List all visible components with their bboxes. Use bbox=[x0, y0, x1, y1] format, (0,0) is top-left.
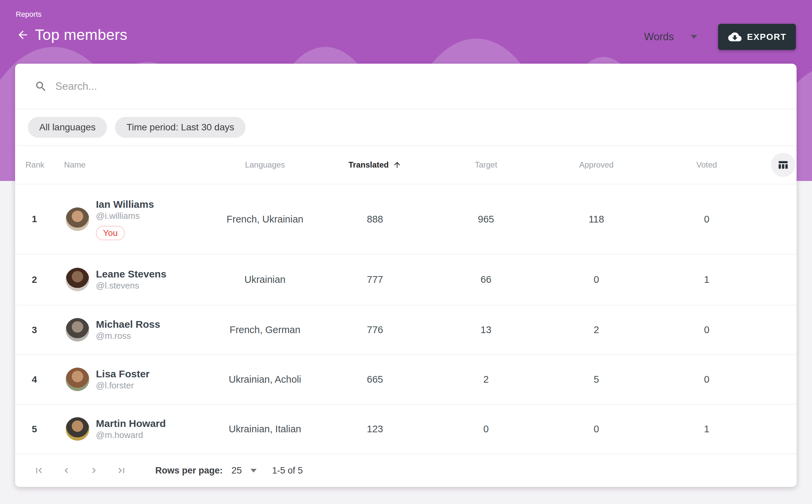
previous-page-button[interactable] bbox=[61, 465, 72, 476]
member-username: @i.williams bbox=[96, 210, 154, 222]
target-value: 965 bbox=[423, 214, 549, 225]
languages-value: French, Ukrainian bbox=[203, 214, 327, 225]
languages-value: Ukrainian, Italian bbox=[203, 424, 327, 435]
table-row: 3 Michael Ross @m.ross French, German 77… bbox=[15, 305, 797, 355]
member-name: Martin Howard bbox=[96, 417, 166, 430]
member-cell: Martin Howard @m.howard bbox=[54, 417, 203, 441]
member-name: Ian Williams bbox=[96, 198, 154, 211]
pagination-range: 1-5 of 5 bbox=[272, 465, 303, 476]
search-input[interactable] bbox=[55, 80, 693, 92]
rank-value: 5 bbox=[15, 424, 54, 435]
chevron-down-icon bbox=[691, 35, 697, 39]
you-badge: You bbox=[96, 226, 125, 240]
chevron-right-icon bbox=[89, 465, 99, 476]
back-arrow-icon bbox=[16, 28, 29, 41]
target-value: 13 bbox=[423, 324, 549, 335]
column-header-approved[interactable]: Approved bbox=[549, 160, 644, 170]
voted-value: 1 bbox=[644, 274, 770, 285]
rank-value: 3 bbox=[15, 325, 54, 335]
chevron-left-icon bbox=[61, 465, 72, 476]
cloud-download-icon bbox=[727, 30, 742, 44]
approved-value: 2 bbox=[549, 324, 644, 335]
avatar bbox=[66, 368, 89, 391]
member-cell: Lisa Foster @l.forster bbox=[54, 368, 203, 391]
voted-value: 1 bbox=[644, 424, 770, 435]
translated-value: 665 bbox=[327, 374, 423, 385]
export-button-label: EXPORT bbox=[747, 32, 787, 42]
column-header-target[interactable]: Target bbox=[423, 160, 549, 170]
rank-value: 4 bbox=[15, 374, 54, 385]
languages-value: French, German bbox=[203, 324, 327, 335]
filter-chips: All languages Time period: Last 30 days bbox=[15, 109, 797, 146]
column-header-rank: Rank bbox=[15, 160, 54, 170]
column-header-translated-label: Translated bbox=[348, 160, 389, 170]
rows-per-page-value: 25 bbox=[231, 465, 242, 476]
languages-value: Ukrainian, Acholi bbox=[203, 374, 327, 385]
target-value: 0 bbox=[423, 424, 549, 435]
filter-chip-time-period[interactable]: Time period: Last 30 days bbox=[115, 117, 246, 138]
search-bar bbox=[15, 64, 797, 109]
translated-value: 777 bbox=[327, 274, 423, 285]
column-settings-button[interactable] bbox=[771, 153, 795, 177]
target-value: 2 bbox=[423, 374, 549, 385]
avatar bbox=[66, 318, 89, 341]
rank-value: 1 bbox=[15, 214, 54, 225]
member-name: Lisa Foster bbox=[96, 368, 150, 380]
approved-value: 0 bbox=[549, 424, 644, 435]
translated-value: 123 bbox=[327, 424, 423, 435]
rows-per-page-select[interactable]: 25 bbox=[231, 465, 257, 476]
avatar bbox=[66, 268, 89, 291]
avatar bbox=[66, 417, 89, 441]
target-value: 66 bbox=[423, 274, 549, 285]
languages-value: Ukrainian bbox=[203, 274, 327, 285]
unit-selector-value: Words bbox=[644, 31, 674, 43]
back-button[interactable] bbox=[15, 27, 30, 42]
member-name: Leane Stevens bbox=[96, 268, 166, 280]
table-row: 1 Ian Williams @i.williams You French, U… bbox=[15, 184, 797, 254]
first-page-button[interactable] bbox=[34, 465, 44, 476]
export-button[interactable]: EXPORT bbox=[718, 24, 796, 50]
last-page-icon bbox=[116, 465, 127, 476]
page-title: Top members bbox=[35, 26, 127, 44]
voted-value: 0 bbox=[644, 324, 770, 335]
member-username: @l.forster bbox=[96, 380, 150, 391]
pagination-bar: Rows per page: 25 1-5 of 5 bbox=[15, 454, 797, 487]
sort-ascending-icon bbox=[393, 161, 401, 169]
column-header-name[interactable]: Name bbox=[54, 160, 203, 170]
approved-value: 118 bbox=[549, 214, 644, 225]
member-username: @m.ross bbox=[96, 330, 160, 342]
breadcrumb[interactable]: Reports bbox=[16, 10, 42, 19]
member-username: @m.howard bbox=[96, 430, 166, 441]
report-card: All languages Time period: Last 30 days … bbox=[15, 64, 797, 487]
table-row: 2 Leane Stevens @l.stevens Ukrainian 777… bbox=[15, 254, 797, 305]
translated-value: 776 bbox=[327, 324, 423, 335]
filter-chip-languages[interactable]: All languages bbox=[28, 117, 107, 138]
chevron-down-icon bbox=[251, 469, 257, 472]
table-body: 1 Ian Williams @i.williams You French, U… bbox=[15, 184, 797, 454]
member-cell: Ian Williams @i.williams You bbox=[54, 198, 203, 240]
voted-value: 0 bbox=[644, 374, 770, 385]
member-cell: Leane Stevens @l.stevens bbox=[54, 268, 203, 292]
member-cell: Michael Ross @m.ross bbox=[54, 318, 203, 342]
approved-value: 0 bbox=[549, 274, 644, 285]
columns-icon bbox=[777, 159, 789, 171]
avatar bbox=[66, 207, 89, 231]
translated-value: 888 bbox=[327, 214, 423, 225]
column-header-languages[interactable]: Languages bbox=[203, 160, 327, 170]
column-header-voted[interactable]: Voted bbox=[644, 160, 770, 170]
next-page-button[interactable] bbox=[89, 465, 99, 476]
search-icon bbox=[35, 80, 47, 93]
member-name: Michael Ross bbox=[96, 318, 160, 331]
column-header-translated[interactable]: Translated bbox=[327, 160, 423, 170]
voted-value: 0 bbox=[644, 214, 770, 225]
last-page-button[interactable] bbox=[116, 465, 127, 476]
table-row: 4 Lisa Foster @l.forster Ukrainian, Acho… bbox=[15, 355, 797, 404]
rank-value: 2 bbox=[15, 274, 54, 285]
member-username: @l.stevens bbox=[96, 280, 166, 292]
approved-value: 5 bbox=[549, 374, 644, 385]
table-row: 5 Martin Howard @m.howard Ukrainian, Ita… bbox=[15, 404, 797, 454]
unit-selector[interactable]: Words bbox=[644, 31, 697, 43]
first-page-icon bbox=[34, 465, 44, 476]
table-header: Rank Name Languages Translated Target Ap… bbox=[15, 146, 797, 184]
rows-per-page-label: Rows per page: bbox=[155, 465, 223, 476]
